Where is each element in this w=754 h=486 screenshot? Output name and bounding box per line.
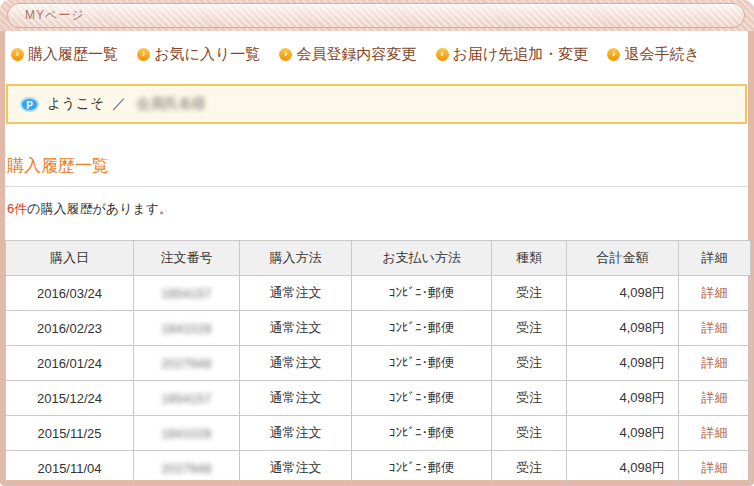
arrow-bullet-icon: › [137, 48, 150, 61]
menu-item-favorites[interactable]: ›お気に入り一覧 [137, 45, 260, 64]
detail-link[interactable]: 詳細 [702, 425, 728, 440]
payment-method: ｺﾝﾋﾞﾆ･郵便 [352, 381, 492, 416]
col-header-payment-method: お支払い方法 [352, 241, 492, 276]
arrow-bullet-icon: › [436, 48, 449, 61]
table-row: 2016/01/24 2027948 通常注文 ｺﾝﾋﾞﾆ･郵便 受注 4,09… [6, 346, 751, 381]
arrow-bullet-icon: › [11, 48, 24, 61]
menu-item-label: 購入履歴一覧 [28, 45, 118, 64]
total-amount: 4,098円 [567, 346, 679, 381]
order-type: 受注 [492, 381, 567, 416]
purchase-count-text: 6件の購入履歴があります。 [5, 200, 748, 218]
order-number-blurred: 1841028 [161, 427, 211, 441]
table-row: 2015/11/25 1841028 通常注文 ｺﾝﾋﾞﾆ･郵便 受注 4,09… [6, 416, 751, 451]
purchase-date: 2016/03/24 [6, 276, 134, 311]
arrow-bullet-icon: › [279, 48, 292, 61]
total-amount: 4,098円 [567, 311, 679, 346]
purchase-history-table: 購入日 注文番号 購入方法 お支払い方法 種類 合計金額 詳細 2016/03/… [5, 240, 751, 486]
payment-method: ｺﾝﾋﾞﾆ･郵便 [352, 346, 492, 381]
purchase-count-suffix: の購入履歴があります。 [27, 201, 172, 216]
table-header-row: 購入日 注文番号 購入方法 お支払い方法 種類 合計金額 詳細 [6, 241, 751, 276]
menu-item-shipping-address[interactable]: ›お届け先追加・変更 [436, 45, 589, 64]
separator-slash: ／ [112, 95, 126, 113]
table-row: 2015/11/04 2027948 通常注文 ｺﾝﾋﾞﾆ･郵便 受注 4,09… [6, 451, 751, 486]
table-row: 2015/12/24 1854157 通常注文 ｺﾝﾋﾞﾆ･郵便 受注 4,09… [6, 381, 751, 416]
mypage-menu: ›購入履歴一覧 ›お気に入り一覧 ›会員登録内容変更 ›お届け先追加・変更 ›退… [5, 31, 748, 72]
table-row: 2016/02/23 1841028 通常注文 ｺﾝﾋﾞﾆ･郵便 受注 4,09… [6, 311, 751, 346]
order-number-cell: 1841028 [134, 416, 240, 451]
payment-method: ｺﾝﾋﾞﾆ･郵便 [352, 276, 492, 311]
menu-item-label: 退会手続き [624, 45, 699, 64]
detail-link[interactable]: 詳細 [702, 355, 728, 370]
order-number-cell: 1854157 [134, 276, 240, 311]
purchase-date: 2016/01/24 [6, 346, 134, 381]
order-number-blurred: 1854157 [161, 392, 211, 406]
detail-link[interactable]: 詳細 [702, 460, 728, 475]
arrow-bullet-icon: › [607, 48, 620, 61]
order-number-cell: 1854157 [134, 381, 240, 416]
menu-item-purchase-history[interactable]: ›購入履歴一覧 [11, 45, 118, 64]
purchase-method: 通常注文 [240, 346, 352, 381]
order-number-blurred: 2027948 [161, 357, 211, 371]
menu-item-member-info-change[interactable]: ›会員登録内容変更 [279, 45, 416, 64]
purchase-method: 通常注文 [240, 276, 352, 311]
order-number-cell: 2027948 [134, 451, 240, 486]
total-amount: 4,098円 [567, 276, 679, 311]
section-title: 購入履歴一覧 [5, 154, 748, 187]
total-amount: 4,098円 [567, 416, 679, 451]
order-number-cell: 1841028 [134, 311, 240, 346]
order-number-blurred: 1854157 [161, 287, 211, 301]
detail-cell: 詳細 [679, 311, 751, 346]
detail-link[interactable]: 詳細 [702, 320, 728, 335]
page-title-pill: MYページ [7, 3, 745, 28]
payment-method: ｺﾝﾋﾞﾆ･郵便 [352, 451, 492, 486]
order-type: 受注 [492, 276, 567, 311]
col-header-total-amount: 合計金額 [567, 241, 679, 276]
detail-cell: 詳細 [679, 276, 751, 311]
menu-item-label: お気に入り一覧 [154, 45, 260, 64]
welcome-greeting: ようこそ [47, 95, 104, 113]
purchase-date: 2015/11/04 [6, 451, 134, 486]
purchase-date: 2016/02/23 [6, 311, 134, 346]
order-type: 受注 [492, 451, 567, 486]
col-header-detail: 詳細 [679, 241, 751, 276]
detail-cell: 詳細 [679, 416, 751, 451]
purchase-method: 通常注文 [240, 311, 352, 346]
purchase-method: 通常注文 [240, 451, 352, 486]
order-number-blurred: 1841028 [161, 322, 211, 336]
order-type: 受注 [492, 346, 567, 381]
purchase-method: 通常注文 [240, 416, 352, 451]
order-number-cell: 2027948 [134, 346, 240, 381]
menu-item-label: お届け先追加・変更 [453, 45, 589, 64]
total-amount: 4,098円 [567, 381, 679, 416]
point-badge-icon: P [20, 97, 39, 112]
payment-method: ｺﾝﾋﾞﾆ･郵便 [352, 311, 492, 346]
member-name-blurred: 会員氏名様 [136, 95, 206, 113]
detail-cell: 詳細 [679, 346, 751, 381]
col-header-purchase-method: 購入方法 [240, 241, 352, 276]
total-amount: 4,098円 [567, 451, 679, 486]
order-type: 受注 [492, 416, 567, 451]
welcome-box: P ようこそ ／ 会員氏名様 [6, 84, 747, 124]
menu-item-label: 会員登録内容変更 [296, 45, 416, 64]
purchase-method: 通常注文 [240, 381, 352, 416]
menu-item-withdrawal[interactable]: ›退会手続き [607, 45, 699, 64]
order-type: 受注 [492, 311, 567, 346]
page-title: MYページ [25, 8, 85, 22]
table-row: 2016/03/24 1854157 通常注文 ｺﾝﾋﾞﾆ･郵便 受注 4,09… [6, 276, 751, 311]
mypage-screen: MYページ ›購入履歴一覧 ›お気に入り一覧 ›会員登録内容変更 ›お届け先追加… [0, 0, 754, 486]
col-header-purchase-date: 購入日 [6, 241, 134, 276]
payment-method: ｺﾝﾋﾞﾆ･郵便 [352, 416, 492, 451]
detail-cell: 詳細 [679, 381, 751, 416]
detail-link[interactable]: 詳細 [702, 285, 728, 300]
order-number-blurred: 2027948 [161, 462, 211, 476]
purchase-date: 2015/12/24 [6, 381, 134, 416]
content-area: ›購入履歴一覧 ›お気に入り一覧 ›会員登録内容変更 ›お届け先追加・変更 ›退… [0, 31, 754, 486]
purchase-count-number: 6件 [7, 201, 27, 216]
col-header-order-number: 注文番号 [134, 241, 240, 276]
col-header-type: 種類 [492, 241, 567, 276]
purchase-date: 2015/11/25 [6, 416, 134, 451]
title-bar: MYページ [0, 0, 754, 31]
detail-cell: 詳細 [679, 451, 751, 486]
detail-link[interactable]: 詳細 [702, 390, 728, 405]
